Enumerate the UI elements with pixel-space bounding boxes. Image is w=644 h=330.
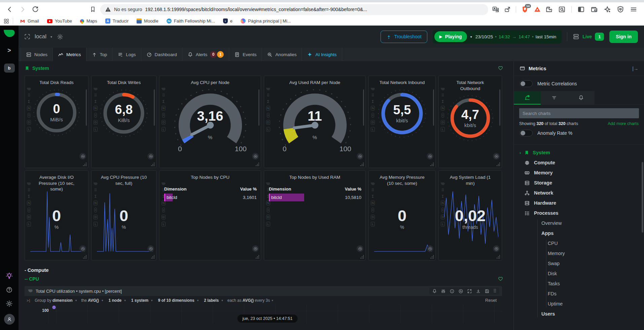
- card-scrollbar[interactable]: [154, 89, 155, 126]
- sidebar-item-uptime[interactable]: Uptime: [514, 299, 644, 309]
- line-chart[interactable]: [444, 188, 498, 253]
- card-scrollbar[interactable]: [363, 89, 364, 126]
- chart-drag-handle-icon[interactable]: ⠿: [493, 288, 497, 294]
- apps-grid-icon[interactable]: [3, 18, 9, 24]
- dimension-letter-d[interactable]: D: [162, 120, 166, 125]
- anomaly-rate-icon[interactable]: [79, 245, 86, 252]
- resize-handle-icon[interactable]: [151, 162, 154, 166]
- resize-handle-icon[interactable]: [255, 255, 259, 258]
- netdata-logo-icon[interactable]: [3, 29, 16, 39]
- dimension-letter-i[interactable]: I: [267, 113, 270, 118]
- brave-shield-icon[interactable]: 14: [521, 6, 529, 13]
- drag-dots-icon[interactable]: ⠿: [162, 93, 165, 97]
- dimension-letter-i[interactable]: I: [441, 208, 444, 212]
- sidebar-item-apps[interactable]: Apps: [514, 228, 644, 238]
- anomaly-rate-toggle[interactable]: [520, 130, 533, 136]
- resize-handle-icon[interactable]: [255, 162, 259, 166]
- resize-handle-icon[interactable]: [360, 162, 364, 166]
- anomaly-rate-icon[interactable]: [147, 153, 154, 160]
- dimension-letter-d[interactable]: D: [27, 120, 31, 125]
- sum-icon[interactable]: Σ: [28, 100, 30, 104]
- back-icon[interactable]: [6, 6, 13, 13]
- dimension-letter-i[interactable]: I: [162, 208, 165, 212]
- playing-button[interactable]: ▶ Playing: [434, 31, 467, 42]
- line-chart[interactable]: [97, 188, 153, 253]
- chart-card-avg-used-ram-per-node[interactable]: Avg Used RAM per Node⠿ΣNIDL11%0100: [264, 76, 366, 168]
- not-secure-warning-icon[interactable]: [105, 6, 111, 12]
- anomaly-rate-icon[interactable]: [493, 153, 500, 160]
- chart-card-average-disk-i-o-pressure-10-sec-some[interactable]: Average Disk I/O Pressure (10 sec, some)…: [25, 170, 88, 260]
- chart-card-top-nodes-by-cpu[interactable]: Top Nodes by CPU⠿ΣNIDLDimensionValue %bi…: [159, 170, 261, 260]
- leo-ai-icon[interactable]: [604, 6, 611, 13]
- sidebar-item-system[interactable]: ›System: [514, 148, 644, 158]
- resize-handle-icon[interactable]: [151, 255, 154, 258]
- drag-dots-icon[interactable]: ⠿: [94, 93, 97, 97]
- sidebar-scrollbar[interactable]: [642, 162, 643, 233]
- dimension-letter-l[interactable]: L: [441, 127, 444, 132]
- dimension-letter-l[interactable]: L: [371, 127, 374, 132]
- tab-alerts[interactable]: Alerts01: [182, 48, 229, 61]
- anomaly-rate-icon[interactable]: [252, 153, 259, 160]
- bookmark-youtube[interactable]: YouTube: [47, 18, 72, 24]
- dimension-letter-d[interactable]: D: [162, 215, 166, 219]
- tab-charts[interactable]: [514, 91, 541, 105]
- brave-rewards-icon[interactable]: [534, 6, 541, 13]
- live-count-badge[interactable]: 1: [595, 33, 604, 41]
- chart-download-icon[interactable]: [476, 289, 481, 294]
- dimension-letter-d[interactable]: D: [371, 120, 375, 125]
- dimension-letter-l[interactable]: L: [94, 127, 97, 132]
- bookmark-faith-fellowship-mi[interactable]: fwFaith Fellowship Mi...: [167, 18, 215, 24]
- tab-anomalies[interactable]: Anomalies: [262, 48, 302, 61]
- chart-info-icon[interactable]: [450, 289, 455, 294]
- sidebar-item-memory[interactable]: Memory: [514, 248, 644, 258]
- tab-logs[interactable]: Logs: [112, 48, 141, 61]
- sidebar-toggle-icon[interactable]: [577, 6, 585, 13]
- groupby-chip-dimension[interactable]: Group by dimension▾: [35, 298, 77, 303]
- dimension-letter-n[interactable]: N: [266, 201, 271, 205]
- dimension-letter-n[interactable]: N: [441, 106, 445, 111]
- anomaly-rate-icon[interactable]: [493, 245, 500, 252]
- dimension-letter-l[interactable]: L: [162, 222, 165, 226]
- drag-dots-icon[interactable]: ⠿: [267, 188, 270, 192]
- lightbulb-icon[interactable]: [6, 273, 13, 280]
- sum-icon[interactable]: Σ: [95, 100, 97, 104]
- sum-icon[interactable]: Σ: [442, 195, 444, 198]
- add-more-charts-link[interactable]: Add more charts: [608, 121, 639, 126]
- reload-icon[interactable]: [32, 6, 39, 13]
- drag-dots-icon[interactable]: ⠿: [441, 93, 444, 97]
- anomaly-badge-icon[interactable]: [51, 305, 57, 310]
- gauge[interactable]: 6,8KiB/s: [98, 87, 150, 139]
- anomaly-rate-icon[interactable]: [147, 245, 154, 252]
- dimension-letter-l[interactable]: L: [27, 127, 31, 132]
- sidebar-item-compute[interactable]: Compute: [514, 158, 644, 168]
- dimension-letter-d[interactable]: D: [266, 215, 271, 219]
- chart-card-total-network-outbound[interactable]: Total Network Outbound⠿ΣNIDL4,7kbit/s: [438, 76, 502, 168]
- room-settings-gear-icon[interactable]: [57, 34, 63, 40]
- drag-dots-icon[interactable]: ⠿: [28, 93, 31, 97]
- resize-handle-icon[interactable]: [496, 255, 500, 258]
- sidebar-item-users[interactable]: Users: [514, 309, 644, 319]
- gauge[interactable]: 5,5kbit/s: [375, 87, 429, 140]
- chart-card-avg-cpu-pressure-10-sec-full[interactable]: Avg CPU Pressure (10 sec, full)⠿ΣNIDL0%: [91, 170, 156, 260]
- tab-metrics[interactable]: Metrics: [53, 48, 86, 61]
- search-charts-input[interactable]: [519, 108, 639, 118]
- dimension-letter-n[interactable]: N: [94, 106, 98, 111]
- tab-dashboard[interactable]: Dashboard: [141, 48, 182, 61]
- drag-dots-icon[interactable]: ⠿: [162, 188, 165, 192]
- gauge[interactable]: 11%0100: [272, 87, 358, 153]
- card-scrollbar[interactable]: [499, 89, 500, 126]
- table-row[interactable]: bitcld3,1601: [164, 194, 257, 201]
- dimension-letter-i[interactable]: I: [162, 113, 165, 118]
- wallet-icon[interactable]: [591, 6, 598, 13]
- node-selector[interactable]: local ▾: [24, 33, 52, 40]
- dimension-letter-i[interactable]: I: [28, 113, 31, 118]
- card-scrollbar[interactable]: [433, 89, 434, 126]
- dimension-letter-n[interactable]: N: [371, 106, 375, 111]
- anomaly-rate-icon[interactable]: [79, 153, 86, 160]
- sum-icon[interactable]: Σ: [372, 195, 374, 198]
- resize-handle-icon[interactable]: [360, 255, 364, 258]
- sidebar-item-hardware[interactable]: Hardware: [514, 198, 644, 208]
- tab-nodes[interactable]: Nodes: [21, 48, 53, 61]
- anomaly-rate-icon[interactable]: [357, 245, 363, 252]
- tab-top[interactable]: Top: [86, 48, 113, 61]
